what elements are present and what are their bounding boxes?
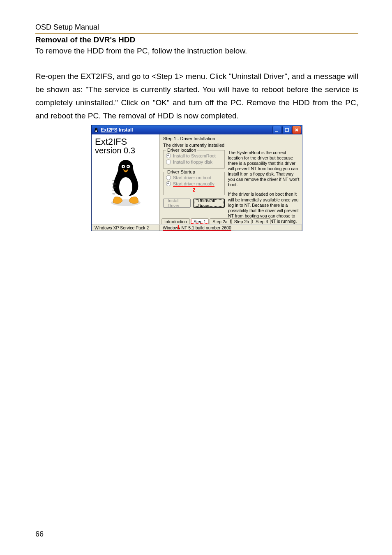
instructions-paragraph: Re-open the EXT2IFS, and go to <Step 1> … bbox=[35, 70, 358, 123]
svg-text:/usr: /usr bbox=[112, 189, 115, 192]
svg-rect-7 bbox=[285, 128, 288, 132]
maximize-button[interactable] bbox=[282, 126, 291, 134]
step-subheading: The driver is currently installed bbox=[163, 143, 300, 148]
screenshot-figure: Ext2FS Install Ext2IFS version 0.3 bbox=[35, 125, 358, 231]
radio-install-systemroot[interactable]: Install to SystemRoot bbox=[166, 153, 222, 158]
step-heading: Step 1 - Driver Installation bbox=[163, 136, 300, 141]
radio-install-floppy[interactable]: Install to floppy disk bbox=[166, 160, 222, 164]
app-name-line1: Ext2IFS bbox=[95, 137, 156, 146]
step-tabs: Introduction Step 1 Step 2a Step 2b Step… bbox=[160, 218, 302, 224]
radio-icon bbox=[166, 153, 171, 158]
tab-step-2a[interactable]: Step 2a bbox=[210, 218, 230, 224]
svg-point-15 bbox=[127, 166, 128, 167]
window-title: Ext2FS Install bbox=[101, 127, 133, 133]
svg-point-2 bbox=[95, 130, 97, 132]
status-os: Windows XP Service Pack 2 bbox=[92, 224, 160, 231]
svg-text:/boot: /boot bbox=[112, 183, 117, 185]
radio-icon bbox=[166, 181, 171, 186]
tux-icon: /etc/boot /dev/usr/var bbox=[95, 157, 156, 207]
radio-start-manually[interactable]: Start driver manually bbox=[166, 181, 222, 186]
svg-text:/etc: /etc bbox=[112, 179, 115, 182]
footer-rule bbox=[35, 528, 358, 528]
driver-location-legend: Driver location bbox=[166, 148, 197, 153]
ext2fs-install-window: Ext2FS Install Ext2IFS version 0.3 bbox=[91, 125, 302, 231]
page-number: 66 bbox=[35, 530, 358, 539]
location-description: The SystemRoot is the correct location f… bbox=[228, 150, 300, 188]
driver-startup-legend: Driver Startup bbox=[166, 169, 196, 174]
intro-paragraph: To remove the HDD from the PC, follow th… bbox=[35, 44, 358, 58]
app-name-line2: version 0.3 bbox=[95, 146, 156, 155]
svg-point-3 bbox=[95, 128, 96, 129]
uninstall-driver-button[interactable]: Uninstall Driver bbox=[193, 199, 225, 208]
install-driver-button[interactable]: Install Driver bbox=[163, 199, 191, 208]
tab-step-3[interactable]: Step 3 bbox=[253, 218, 271, 224]
header-rule bbox=[35, 33, 358, 34]
annotation-1: 1 bbox=[177, 225, 300, 230]
annotation-2: 2 bbox=[166, 187, 222, 192]
minimize-button[interactable] bbox=[272, 126, 281, 134]
radio-start-on-boot[interactable]: Start driver on boot bbox=[166, 175, 222, 180]
radio-icon bbox=[166, 160, 171, 164]
doc-header: OSD Setup Manual bbox=[35, 23, 358, 32]
svg-text:/dev: /dev bbox=[112, 186, 116, 188]
close-button[interactable] bbox=[292, 126, 301, 134]
svg-rect-6 bbox=[275, 131, 278, 132]
tab-step-1[interactable]: Step 1 bbox=[191, 218, 209, 224]
tab-step-2b[interactable]: Step 2b bbox=[231, 218, 252, 224]
driver-startup-group: Driver Startup Start driver on boot Star… bbox=[163, 172, 225, 195]
svg-text:/var: /var bbox=[112, 192, 115, 195]
svg-point-14 bbox=[122, 166, 124, 167]
radio-icon bbox=[166, 175, 171, 180]
svg-point-4 bbox=[96, 128, 97, 129]
tab-introduction[interactable]: Introduction bbox=[161, 218, 190, 224]
section-title: Removal of the DVR's HDD bbox=[35, 35, 358, 44]
driver-location-group: Driver location Install to SystemRoot In… bbox=[163, 150, 225, 169]
window-titlebar[interactable]: Ext2FS Install bbox=[92, 125, 302, 134]
penguin-app-icon bbox=[93, 127, 99, 133]
svg-point-11 bbox=[119, 177, 132, 197]
